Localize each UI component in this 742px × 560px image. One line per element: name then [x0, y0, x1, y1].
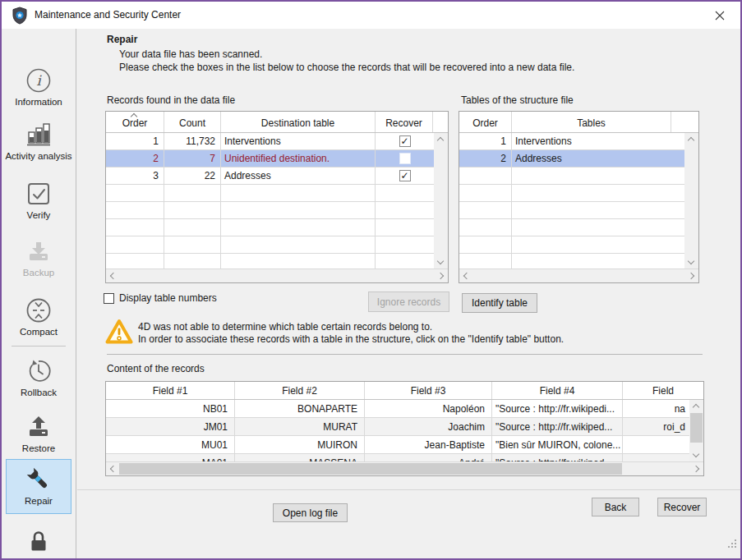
cell-field1: NB01: [106, 400, 235, 417]
sidebar-item-rollback[interactable]: Rollback: [2, 357, 76, 398]
column-header-destination-table[interactable]: Destination table: [221, 112, 376, 132]
cell-table: Interventions: [512, 133, 684, 149]
content-row[interactable]: MU01 MUIRON Jean-Baptiste "Bien sûr MUIR…: [106, 436, 703, 454]
sidebar-item-label: Repair: [25, 496, 53, 507]
scroll-down-icon[interactable]: [688, 258, 694, 264]
page-title: Repair: [107, 34, 137, 45]
display-table-numbers-checkbox[interactable]: [104, 293, 114, 304]
sidebar-item-label: Restore: [22, 443, 55, 454]
recover-checkbox[interactable]: [399, 170, 411, 181]
back-button[interactable]: Back: [592, 498, 639, 516]
intro-line-1: Your data file has been scanned.: [119, 48, 262, 60]
scroll-left-icon[interactable]: [110, 466, 117, 472]
cell-field2: MASSENA: [235, 454, 365, 461]
warning-line-1: 4D was not able to determine which table…: [138, 321, 564, 333]
column-header-field3[interactable]: Field #3: [365, 382, 492, 399]
scroll-left-icon[interactable]: [110, 273, 117, 279]
repair-icon: [25, 466, 53, 493]
scroll-left-icon[interactable]: [463, 273, 470, 279]
column-header-count[interactable]: Count: [164, 112, 221, 132]
horizontal-scrollbar[interactable]: [106, 269, 448, 282]
sidebar-item-backup[interactable]: Backup: [2, 237, 76, 278]
sidebar-item-compact[interactable]: Compact: [2, 296, 76, 337]
structure-table: Order Tables 1 Interventions 2 Addresses: [459, 111, 699, 283]
structure-row-selected[interactable]: 2 Addresses: [459, 150, 684, 168]
cell-destination: Addresses: [221, 168, 376, 184]
information-icon: i: [25, 67, 53, 94]
horizontal-scrollbar[interactable]: [106, 461, 703, 475]
cell-field1: MU01: [106, 436, 235, 453]
open-log-file-button[interactable]: Open log file: [273, 503, 348, 522]
horizontal-scroll-thumb[interactable]: [119, 463, 622, 475]
recover-checkbox[interactable]: [399, 135, 411, 147]
cell-destination: Interventions: [221, 133, 376, 149]
cell-order: 2: [106, 150, 164, 167]
empty-row: [459, 219, 684, 236]
warning-line-2: In order to associate these records with…: [138, 333, 564, 346]
cell-field3: Jean-Baptiste: [365, 436, 492, 453]
cell-count: 7: [164, 150, 221, 167]
recover-checkbox[interactable]: [399, 153, 411, 164]
rollback-icon: [25, 357, 53, 385]
scroll-right-icon[interactable]: [693, 466, 699, 472]
records-table-caption: Records found in the data file: [107, 94, 235, 106]
structure-row[interactable]: 1 Interventions: [459, 133, 684, 150]
column-header-field2[interactable]: Field #2: [235, 382, 365, 399]
scroll-up-icon[interactable]: [693, 404, 699, 411]
vertical-scroll-thumb[interactable]: [690, 413, 703, 443]
records-table-header: Order Count Destination table Recover: [106, 112, 448, 133]
sidebar-item-restore[interactable]: Restore: [2, 413, 76, 454]
intro-line-2: Please check the boxes in the list below…: [119, 62, 574, 73]
sidebar-item-repair[interactable]: Repair: [6, 459, 71, 514]
display-table-numbers-option[interactable]: Display table numbers: [104, 292, 217, 304]
record-row-selected[interactable]: 2 7 Unidentified destination.: [106, 150, 434, 168]
column-header-order[interactable]: Order: [106, 112, 164, 132]
sidebar-item-information[interactable]: i Information: [2, 67, 76, 108]
recover-button[interactable]: Recover: [657, 498, 707, 516]
column-header-order[interactable]: Order: [459, 112, 512, 132]
vertical-scrollbar[interactable]: [689, 400, 703, 461]
sidebar-item-label: Rollback: [21, 388, 57, 398]
column-header-spacer: [433, 112, 448, 132]
sidebar-item-label: Activity analysis: [5, 151, 71, 162]
svg-text:i: i: [36, 72, 42, 89]
column-header-field1[interactable]: Field #1: [106, 382, 235, 399]
scroll-up-icon[interactable]: [688, 137, 694, 144]
maintenance-security-center-window: Maintenance and Security Center i Inform…: [0, 0, 742, 560]
column-header-field4[interactable]: Field #4: [492, 382, 623, 399]
scroll-right-icon[interactable]: [688, 273, 694, 279]
content-row[interactable]: NB01 BONAPARTE Napoléon "Source : http:/…: [106, 400, 703, 418]
records-table: Order Count Destination table Recover 1 …: [105, 111, 449, 283]
content-row[interactable]: JM01 MURAT Joachim "Source : http://fr.w…: [106, 418, 703, 436]
column-header-field5[interactable]: Field: [623, 382, 703, 399]
empty-row: [459, 254, 684, 269]
sidebar-item-encrypt[interactable]: Encrypt: [2, 528, 76, 560]
horizontal-scrollbar[interactable]: [459, 269, 698, 282]
cell-field2: BONAPARTE: [235, 400, 365, 417]
sidebar-item-activity-analysis[interactable]: Activity analysis: [2, 121, 76, 162]
column-header-recover[interactable]: Recover: [376, 112, 433, 132]
cell-field4: "Source : http://fr.wikipedi...: [492, 400, 623, 417]
vertical-scrollbar[interactable]: [684, 133, 698, 269]
close-button[interactable]: [707, 6, 732, 25]
content-row[interactable]: MA01 MASSENA André "Source : http://fr.w…: [106, 454, 703, 461]
sidebar-item-label: Verify: [27, 210, 51, 221]
sidebar-item-verify[interactable]: Verify: [2, 180, 76, 221]
sidebar-separator: [12, 346, 66, 347]
ignore-records-button[interactable]: Ignore records: [368, 291, 449, 312]
record-row[interactable]: 3 22 Addresses: [106, 168, 434, 185]
scroll-right-icon[interactable]: [437, 273, 444, 279]
scroll-down-icon[interactable]: [437, 258, 444, 264]
scroll-up-icon[interactable]: [437, 137, 444, 144]
vertical-scrollbar[interactable]: [434, 133, 448, 269]
cell-field2: MUIRON: [235, 436, 365, 453]
structure-table-header: Order Tables: [459, 112, 698, 133]
identify-table-button[interactable]: Identify table: [462, 293, 537, 313]
resize-grip[interactable]: [728, 539, 736, 550]
section-divider: [107, 354, 703, 355]
encrypt-icon: [25, 528, 53, 556]
column-header-tables[interactable]: Tables: [512, 112, 671, 132]
record-row[interactable]: 1 11,732 Interventions: [106, 133, 434, 150]
scroll-down-icon[interactable]: [693, 451, 699, 457]
verify-icon: [25, 180, 53, 208]
